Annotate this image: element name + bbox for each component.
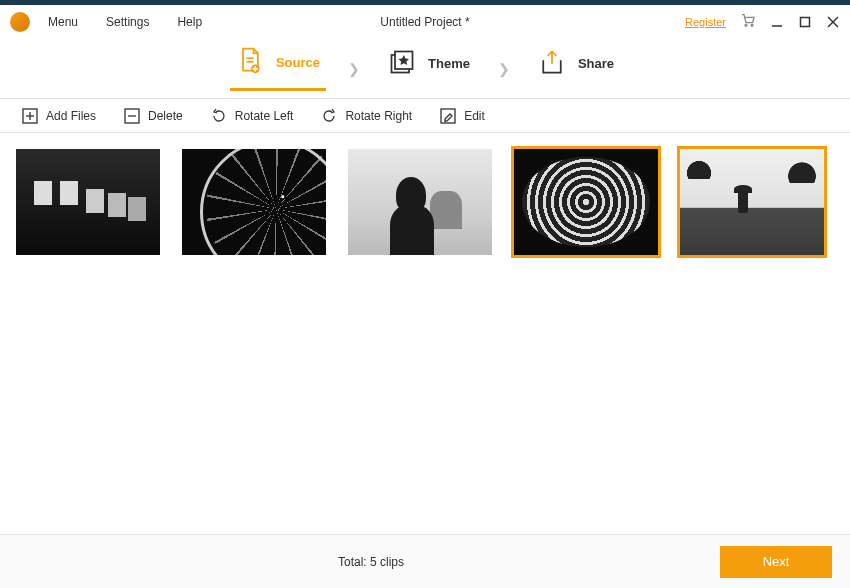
next-button[interactable]: Next bbox=[720, 546, 832, 578]
step-source[interactable]: Source bbox=[230, 46, 326, 91]
document-plus-icon bbox=[236, 46, 264, 78]
help-button[interactable]: Help bbox=[177, 15, 202, 29]
svg-point-1 bbox=[751, 24, 753, 26]
project-title: Untitled Project * bbox=[380, 15, 469, 29]
footer: Total: 5 clips Next bbox=[0, 534, 850, 588]
menu-button[interactable]: Menu bbox=[48, 15, 78, 29]
step-share-label: Share bbox=[578, 56, 614, 71]
step-theme[interactable]: Theme bbox=[382, 48, 476, 90]
menubar: Menu Settings Help Untitled Project * Re… bbox=[0, 5, 850, 39]
thumbnail[interactable] bbox=[514, 149, 658, 255]
clip-count: Total: 5 clips bbox=[338, 555, 404, 569]
toolbar: Add Files Delete Rotate Left Rotate Righ… bbox=[0, 99, 850, 133]
edit-button[interactable]: Edit bbox=[440, 108, 485, 124]
thumbnail[interactable] bbox=[348, 149, 492, 255]
svg-point-0 bbox=[745, 24, 747, 26]
settings-button[interactable]: Settings bbox=[106, 15, 149, 29]
theme-icon bbox=[388, 48, 416, 80]
thumbnail[interactable] bbox=[680, 149, 824, 255]
step-nav: Source ❯ Theme ❯ Share bbox=[0, 39, 850, 99]
step-source-label: Source bbox=[276, 55, 320, 70]
minimize-icon[interactable] bbox=[770, 15, 784, 29]
register-link[interactable]: Register bbox=[685, 16, 726, 28]
thumbnail[interactable] bbox=[182, 149, 326, 255]
close-icon[interactable] bbox=[826, 15, 840, 29]
rotate-left-label: Rotate Left bbox=[235, 109, 294, 123]
app-icon bbox=[10, 12, 30, 32]
cart-icon[interactable] bbox=[740, 12, 756, 32]
chevron-right-icon: ❯ bbox=[348, 61, 360, 77]
gallery bbox=[0, 133, 850, 534]
add-files-label: Add Files bbox=[46, 109, 96, 123]
chevron-right-icon: ❯ bbox=[498, 61, 510, 77]
maximize-icon[interactable] bbox=[798, 15, 812, 29]
svg-rect-3 bbox=[801, 18, 810, 27]
share-icon bbox=[538, 48, 566, 80]
add-files-button[interactable]: Add Files bbox=[22, 108, 96, 124]
thumbnail[interactable] bbox=[16, 149, 160, 255]
rotate-right-button[interactable]: Rotate Right bbox=[321, 108, 412, 124]
delete-label: Delete bbox=[148, 109, 183, 123]
rotate-left-button[interactable]: Rotate Left bbox=[211, 108, 294, 124]
rotate-right-label: Rotate Right bbox=[345, 109, 412, 123]
step-theme-label: Theme bbox=[428, 56, 470, 71]
edit-label: Edit bbox=[464, 109, 485, 123]
step-share[interactable]: Share bbox=[532, 48, 620, 90]
delete-button[interactable]: Delete bbox=[124, 108, 183, 124]
